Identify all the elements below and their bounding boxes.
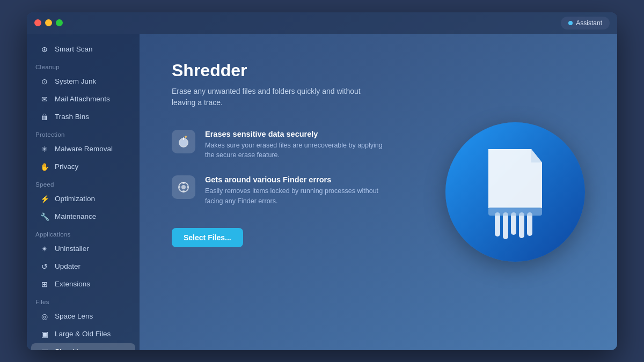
sidebar-item-malware-removal[interactable]: ✳ Malware Removal	[31, 141, 135, 158]
trash-bins-icon: 🗑	[40, 112, 49, 122]
sidebar-label-updater: Updater	[55, 262, 80, 270]
shredder-illustration	[445, 122, 585, 262]
sidebar-item-maintenance[interactable]: 🔧 Maintenance	[31, 208, 135, 225]
sidebar-item-updater[interactable]: ↺ Updater	[31, 258, 135, 275]
sidebar-section-cleanup: Cleanup	[27, 58, 140, 72]
large-old-files-icon: ▣	[40, 329, 49, 339]
sidebar-label-privacy: Privacy	[55, 162, 78, 171]
sidebar-label-space-lens: Space Lens	[55, 312, 93, 320]
sidebar-item-large-old-files[interactable]: ▣ Large & Old Files	[31, 326, 135, 343]
main-panel: Shredder Erase any unwanted files and fo…	[140, 34, 617, 350]
sidebar-item-space-lens[interactable]: ◎ Space Lens	[31, 308, 135, 325]
optimization-icon: ⚡	[40, 194, 49, 204]
svg-point-5	[181, 185, 186, 189]
svg-rect-10	[495, 212, 500, 237]
assistant-label: Assistant	[576, 19, 602, 27]
title-bar-right: Assistant	[561, 17, 610, 29]
uninstaller-icon: ✴	[40, 244, 49, 254]
sidebar-label-trash-bins: Trash Bins	[55, 113, 89, 121]
shredder-circle	[445, 122, 585, 262]
svg-rect-13	[519, 212, 524, 238]
sidebar-item-mail-attachments[interactable]: ✉ Mail Attachments	[31, 91, 135, 108]
sidebar-label-optimization: Optimization	[55, 195, 95, 203]
feature-secure-text: Erases sensitive data securely Makes sur…	[205, 130, 387, 161]
svg-rect-12	[511, 212, 516, 235]
feature-finder-title: Gets around various Finder errors	[205, 175, 387, 184]
privacy-icon: ✋	[40, 162, 49, 172]
extensions-icon: ⊞	[40, 279, 49, 289]
shredder-svg	[472, 144, 558, 240]
feature-finder-icon-wrap	[172, 175, 195, 199]
sidebar-section-files: Files	[27, 293, 140, 307]
content-area: ⊛ Smart Scan Cleanup ⊙ System Junk ✉ Mai…	[27, 34, 617, 350]
shredder-icon: ▤	[40, 347, 49, 350]
minimize-button[interactable]	[45, 19, 52, 26]
select-files-button[interactable]: Select Files...	[172, 228, 243, 247]
svg-rect-8	[179, 186, 180, 188]
feature-secure-title: Erases sensitive data securely	[205, 130, 387, 138]
page-title: Shredder	[172, 61, 585, 80]
sidebar-label-maintenance: Maintenance	[55, 212, 96, 220]
traffic-lights	[34, 19, 63, 26]
assistant-button[interactable]: Assistant	[561, 17, 610, 29]
svg-rect-15	[488, 207, 542, 216]
maximize-button[interactable]	[56, 19, 63, 26]
svg-rect-2	[183, 137, 184, 140]
close-button[interactable]	[34, 19, 41, 26]
svg-rect-6	[182, 182, 185, 184]
feature-finder-desc: Easily removes items locked by running p…	[205, 186, 387, 206]
sidebar-section-protection: Protection	[27, 126, 140, 140]
sidebar-item-smart-scan[interactable]: ⊛ Smart Scan	[31, 41, 135, 58]
svg-point-3	[185, 136, 187, 138]
sidebar-item-shredder[interactable]: ▤ Shredder	[31, 343, 135, 350]
mail-attachments-icon: ✉	[40, 94, 49, 104]
malware-removal-icon: ✳	[40, 144, 49, 154]
sidebar-label-system-junk: System Junk	[55, 77, 96, 85]
app-window: Assistant ⊛ Smart Scan Cleanup ⊙ System …	[27, 12, 617, 350]
smart-scan-icon: ⊛	[40, 45, 49, 54]
feature-secure-desc: Makes sure your erased files are unrecov…	[205, 141, 387, 161]
updater-icon: ↺	[40, 262, 49, 271]
svg-point-1	[180, 139, 187, 146]
sidebar: ⊛ Smart Scan Cleanup ⊙ System Junk ✉ Mai…	[27, 34, 140, 350]
sidebar-item-extensions[interactable]: ⊞ Extensions	[31, 276, 135, 293]
svg-rect-14	[527, 212, 532, 236]
maintenance-icon: 🔧	[40, 212, 49, 221]
svg-rect-11	[503, 212, 508, 239]
feature-finder-text: Gets around various Finder errors Easily…	[205, 175, 387, 206]
sidebar-item-label: Smart Scan	[55, 45, 93, 53]
feature-secure-icon-wrap	[172, 130, 195, 153]
sidebar-label-malware-removal: Malware Removal	[55, 145, 113, 153]
sidebar-item-optimization[interactable]: ⚡ Optimization	[31, 190, 135, 208]
sidebar-item-trash-bins[interactable]: 🗑 Trash Bins	[31, 108, 135, 125]
sidebar-label-extensions: Extensions	[55, 280, 90, 288]
space-lens-icon: ◎	[40, 312, 49, 321]
sidebar-item-uninstaller[interactable]: ✴ Uninstaller	[31, 240, 135, 257]
assistant-dot-icon	[568, 21, 573, 25]
sidebar-label-shredder: Shredder	[55, 348, 85, 350]
sidebar-section-applications: Applications	[27, 226, 140, 240]
page-subtitle: Erase any unwanted files and folders qui…	[172, 86, 365, 108]
sidebar-item-privacy[interactable]: ✋ Privacy	[31, 158, 135, 175]
bomb-icon	[177, 135, 191, 149]
svg-rect-7	[182, 190, 185, 192]
sidebar-label-uninstaller: Uninstaller	[55, 245, 89, 253]
system-junk-icon: ⊙	[40, 77, 49, 86]
sidebar-label-large-old-files: Large & Old Files	[55, 330, 111, 338]
title-bar: Assistant	[27, 12, 617, 34]
sidebar-section-speed: Speed	[27, 176, 140, 190]
sidebar-item-system-junk[interactable]: ⊙ System Junk	[31, 73, 135, 90]
svg-rect-9	[187, 186, 188, 188]
sidebar-label-mail-attachments: Mail Attachments	[55, 95, 110, 103]
gear-lock-icon	[177, 180, 191, 194]
